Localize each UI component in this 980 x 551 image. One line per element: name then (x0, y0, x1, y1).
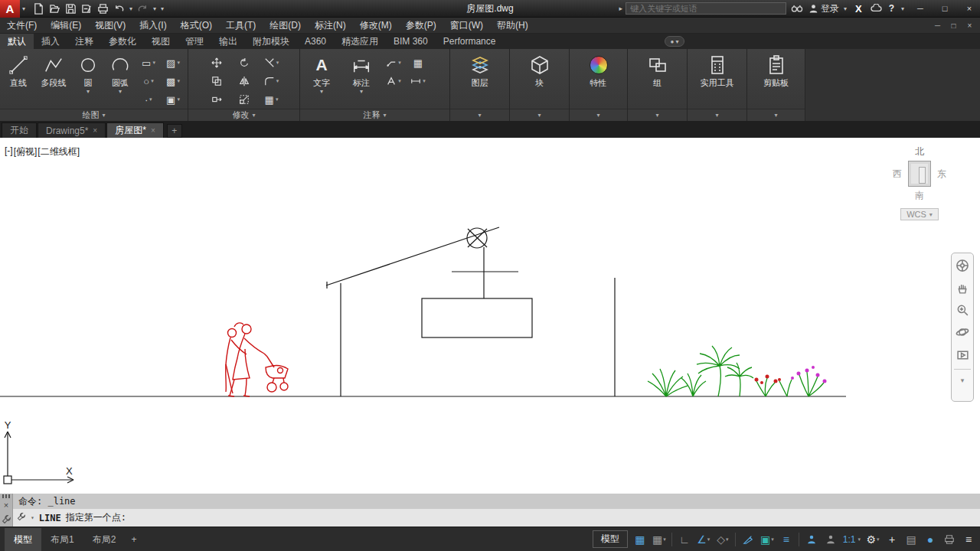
file-tab-house[interactable]: 房屋图*× (106, 122, 164, 138)
ribbon-tab-addins[interactable]: 附加模块 (245, 34, 297, 49)
restore-button[interactable]: □ (934, 0, 956, 17)
customization-menu-icon[interactable]: ≡ (962, 531, 975, 548)
minimize-button[interactable]: ─ (910, 0, 931, 17)
plot-status-icon[interactable] (942, 531, 956, 548)
clipboard-tool[interactable]: 剪贴板 (750, 51, 802, 109)
command-history-line[interactable]: 命令: _line (13, 494, 980, 509)
undo-dropdown-icon[interactable]: ▾ (127, 5, 135, 12)
ribbon-tab-annotate[interactable]: 注释 (67, 34, 101, 49)
command-wrench-icon[interactable] (2, 514, 11, 527)
dimension-tool[interactable]: 标注 ▾ (341, 51, 381, 109)
gradient-tool[interactable]: ▩▾ (161, 72, 185, 90)
copy-tool[interactable] (203, 72, 230, 90)
dimension-flyout-icon[interactable]: ▾ (360, 90, 363, 94)
annotate-panel-footer[interactable]: 注释▾ (300, 109, 449, 121)
workspace-switching-icon[interactable]: ⚙▾ (866, 531, 880, 548)
group-tool[interactable]: 组 (631, 51, 684, 109)
wcs-dropdown[interactable]: WCS ▾ (900, 208, 939, 220)
array-tool[interactable]: ▦▾ (258, 90, 286, 109)
viewcube-south-label[interactable]: 南 (893, 189, 946, 202)
command-customize-icon[interactable] (17, 512, 26, 523)
command-drag-grip[interactable] (2, 494, 11, 498)
menu-tools[interactable]: 工具(T) (219, 18, 263, 34)
viewcube-west-label[interactable]: 西 (893, 168, 902, 181)
modify-panel-footer[interactable]: 修改▾ (188, 109, 299, 121)
fillet-tool[interactable]: ▾ (258, 72, 286, 90)
properties-tool[interactable]: 特性 (573, 51, 625, 109)
file-tab-drawing5[interactable]: Drawing5*× (38, 122, 106, 138)
layout1-tab[interactable]: 布局1 (41, 528, 83, 551)
layers-panel-footer[interactable]: ▾ (450, 109, 509, 121)
pan-icon[interactable] (955, 280, 970, 295)
model-space-button[interactable]: 模型 (593, 530, 628, 548)
viewport-menu-button[interactable]: [-] (5, 145, 13, 158)
point-tool[interactable]: ∙▾ (136, 90, 161, 109)
redo-button[interactable] (135, 1, 151, 17)
close-button[interactable]: × (959, 0, 980, 17)
annotation-scale-button[interactable]: 1:1▾ (843, 534, 861, 545)
new-file-button[interactable] (31, 1, 47, 17)
exchange-apps-icon[interactable]: X (852, 3, 865, 15)
polyline-tool[interactable]: 多段线 (35, 51, 72, 109)
isodraft-icon[interactable]: ◇▾ (716, 531, 730, 548)
sign-in-button[interactable]: 登录 ▾ (808, 2, 849, 15)
utilities-tool[interactable]: 实用工具 (690, 51, 745, 109)
menu-view[interactable]: 视图(V) (88, 18, 132, 34)
save-button[interactable] (63, 1, 79, 17)
circle-flyout-icon[interactable]: ▾ (87, 90, 90, 94)
plot-button[interactable] (95, 1, 111, 17)
text-flyout-icon[interactable]: ▾ (320, 90, 323, 94)
block-panel-footer[interactable]: ▾ (510, 109, 569, 121)
quick-properties-icon[interactable]: ▤ (904, 531, 918, 548)
polar-tracking-icon[interactable]: ∠▾ (697, 531, 710, 548)
groups-panel-footer[interactable]: ▾ (628, 109, 687, 121)
command-recent-icon[interactable]: ▾ (31, 514, 34, 521)
ribbon-tab-bim360[interactable]: BIM 360 (386, 34, 436, 49)
doc-restore-icon[interactable]: □ (946, 19, 961, 32)
viewport-visual-style-button[interactable]: [二维线框] (38, 145, 80, 158)
viewcube-top-face[interactable] (908, 161, 931, 187)
menu-dimension[interactable]: 标注(N) (308, 18, 353, 34)
ribbon-tab-featured[interactable]: 精选应用 (334, 34, 386, 49)
ribbon-tab-home[interactable]: 默认 (0, 34, 34, 49)
help-dropdown-icon[interactable]: ▾ (899, 5, 906, 12)
grid-display-icon[interactable]: ▦ (633, 531, 647, 548)
steering-wheel-icon[interactable] (955, 258, 970, 273)
annotation-visibility-icon[interactable] (805, 531, 818, 548)
annotation-monitor-icon[interactable]: + (885, 531, 899, 548)
object-snap-icon[interactable]: ▣▾ (760, 531, 774, 548)
boundary-tool[interactable]: ▣▾ (161, 90, 185, 109)
menu-parametric[interactable]: 参数(P) (399, 18, 443, 34)
menu-draw[interactable]: 绘图(D) (263, 18, 308, 34)
menu-insert[interactable]: 插入(I) (132, 18, 173, 34)
menu-file[interactable]: 文件(F) (0, 18, 44, 34)
layout2-tab[interactable]: 布局2 (83, 528, 126, 551)
move-tool[interactable] (203, 54, 230, 72)
open-file-button[interactable] (47, 1, 63, 17)
model-tab[interactable]: 模型 (5, 528, 41, 551)
insert-block-tool[interactable]: 块 (513, 51, 567, 109)
line-tool[interactable]: 直线 (2, 51, 35, 109)
ribbon-tab-manage[interactable]: 管理 (178, 34, 211, 49)
viewcube-north-label[interactable]: 北 (893, 145, 946, 158)
menu-help[interactable]: 帮助(H) (490, 18, 535, 34)
stretch-tool[interactable] (203, 90, 230, 109)
ribbon-tab-a360[interactable]: A360 (297, 34, 334, 49)
ribbon-tab-performance[interactable]: Performance (436, 34, 504, 49)
navbar-more-icon[interactable]: ▾ (961, 377, 965, 384)
drawing5-close-icon[interactable]: × (93, 126, 97, 135)
showmotion-icon[interactable] (955, 347, 970, 362)
ribbon-tab-parametric[interactable]: 参数化 (101, 34, 144, 49)
save-as-button[interactable] (79, 1, 95, 17)
arc-tool[interactable]: 圆弧 ▾ (104, 51, 136, 109)
house-close-icon[interactable]: × (151, 126, 155, 135)
dim-style-tool[interactable]: ▾ (406, 72, 430, 90)
ribbon-tab-insert[interactable]: 插入 (34, 34, 67, 49)
help-button[interactable]: ? (887, 3, 896, 14)
new-layout-button[interactable]: + (125, 534, 142, 545)
rotate-tool[interactable] (230, 54, 258, 72)
search-input[interactable] (626, 2, 786, 15)
text-style-tool[interactable]: ▾ (381, 72, 406, 90)
ribbon-tab-output[interactable]: 输出 (211, 34, 245, 49)
graphics-performance-icon[interactable]: ● (923, 531, 937, 548)
